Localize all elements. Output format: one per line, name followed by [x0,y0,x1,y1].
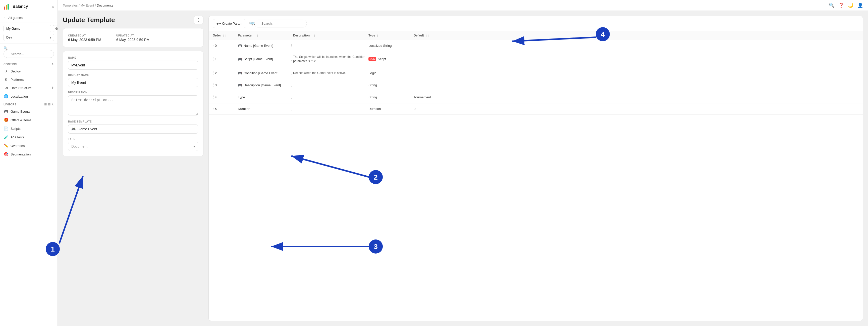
sidebar-item-data-structure[interactable]: 🗂 Data Structure ⬆ [0,84,58,92]
more-options-button[interactable]: ⋮ [194,16,204,24]
down-arrow[interactable]: ↓ [213,83,214,85]
panel-title-row: Update Template ⋮ [63,16,204,24]
table-row: ↓ ↑ 2 🎮 Condition [Game Event] ⋮ Defines… [209,67,863,79]
param-dots-1[interactable]: ⋮ [289,57,293,61]
name-input[interactable] [68,61,198,70]
description-col-dots[interactable]: ⋮⋮ [311,34,316,37]
search-wrapper: 🔍 [249,20,859,27]
down-arrow[interactable]: ↓ [213,57,214,59]
logo-text: Balancy [12,4,50,9]
sidebar-item-scripts[interactable]: 📄 Scripts [0,124,58,133]
dark-mode-icon[interactable]: 🌙 [848,2,854,8]
up-arrow[interactable]: ↑ [213,85,214,87]
sidebar-search-input[interactable] [3,50,54,58]
sidebar-item-segmentation[interactable]: 🎯 Segmentation [0,150,58,159]
control-section-label: CONTROL ∧ [0,60,58,67]
down-arrow[interactable]: ↓ [213,95,214,97]
right-panel: + + Create Param 🔍 Order ⋮⋮ Parameter ⋮⋮ [209,16,863,321]
sidebar-item-game-events[interactable]: 🎮 Game Events [0,107,58,116]
order-col-dots[interactable]: ⋮⋮ [222,34,227,37]
sidebar-item-offers-items[interactable]: 🎁 Offers & Items [0,116,58,124]
type-cell-3: String [368,83,414,87]
sidebar-item-localization[interactable]: 🌐 Localization [0,92,58,101]
type-cell-4: String [368,95,414,99]
th-order: Order ⋮⋮ [213,34,238,37]
table-body: ↓ 0 🎮 Name [Game Event] ⋮ Localized Stri… [209,40,863,321]
param-dots-0[interactable]: ⋮ [289,44,293,48]
type-group: TYPE Document [68,138,198,151]
grid-icon[interactable]: ⊟ [48,103,51,106]
sidebar-header: Balancy « [0,0,58,13]
type-cell-1: SOS Script [368,57,414,61]
created-at-block: CREATED AT 6 May, 2023 9:59 PM [68,33,101,42]
type-select[interactable]: Document [68,142,198,151]
search-icon: 🔍 [3,46,7,50]
description-group: DESCRIPTION [68,91,198,116]
down-arrow[interactable]: ↓ [213,45,214,47]
liveops-toggle[interactable]: ∧ [52,103,54,106]
game-events-icon: 🎮 [3,109,8,114]
help-icon[interactable]: ❓ [838,2,844,8]
localization-icon: 🌐 [3,94,8,99]
sidebar-item-overrides[interactable]: ✏️ Overrides [0,141,58,150]
param-search-input[interactable] [254,20,307,27]
logo-icon [3,3,10,10]
param-dots-4[interactable]: ⋮ [289,95,293,99]
table-row: ↓ ↑ 4 Type ⋮ String Tournament [209,91,863,103]
down-arrow[interactable]: ↓ [213,71,214,73]
order-cell-0: ↓ 0 [213,44,238,48]
name-group: NAME [68,56,198,70]
param-dots-5[interactable]: ⋮ [289,107,293,111]
default-cell-5: 0 [414,107,451,111]
back-link[interactable]: ← All games [0,13,58,22]
sidebar-item-deploy[interactable]: ✈ Deploy [0,67,58,76]
param-cell-2: 🎮 Condition [Game Event] ⋮ [238,71,293,75]
environment-select[interactable]: Dev Prod [3,34,54,41]
type-col-dots[interactable]: ⋮⋮ [376,34,381,37]
up-arrow[interactable]: ↑ [213,108,214,110]
search-topbar-icon[interactable]: 🔍 [829,2,834,8]
order-cell-5: ↑ 5 [213,107,238,111]
display-name-group: DISPLAY NAME [68,74,198,87]
game-selector: ⚙ Dev Prod [0,22,58,44]
default-col-dots[interactable]: ⋮⋮ [425,34,430,37]
parameter-col-dots[interactable]: ⋮⋮ [254,34,259,37]
svg-rect-2 [7,4,9,9]
right-panel-header: + + Create Param 🔍 [209,16,863,31]
display-name-input[interactable] [68,78,198,87]
type-cell-5: Duration [368,107,414,111]
up-arrow[interactable]: ↑ [213,59,214,61]
collapse-button[interactable]: « [52,4,54,9]
content-area: Update Template ⋮ CREATED AT 6 May, 2023… [58,11,868,326]
param-cell-1: 🎮 Script [Game Event] ⋮ [238,57,293,61]
data-structure-icon: 🗂 [3,86,8,90]
create-param-button[interactable]: + + Create Param [213,19,246,28]
svg-rect-0 [4,6,5,9]
sidebar-item-ab-tests[interactable]: 🧪 A/B Tests [0,133,58,141]
type-cell-0: Localized String [368,44,414,48]
param-game-event-icon: 🎮 [238,57,242,61]
control-toggle[interactable]: ∧ [52,62,54,66]
topbar: Templates / My Event / Documents 🔍 ❓ 🌙 👤 [58,0,868,11]
up-arrow[interactable]: ↑ [213,73,214,76]
description-textarea[interactable] [68,95,198,115]
scripts-icon: 📄 [3,126,8,131]
param-cell-4: Type ⋮ [238,95,293,99]
game-event-icon: 🎮 [71,127,75,131]
table-row: ↓ ↑ 1 🎮 Script [Game Event] ⋮ The Script… [209,51,863,67]
up-arrow[interactable]: ↑ [213,97,214,100]
updated-at-block: UPDATED AT 6 May, 2023 9:59 PM [116,33,149,42]
script-badge: SOS [368,57,376,61]
th-parameter: Parameter ⋮⋮ [238,34,293,37]
param-dots-3[interactable]: ⋮ [289,83,293,87]
sidebar-item-platforms[interactable]: $ Platforms [0,76,58,84]
base-template-group: BASE TEMPLATE 🎮 Game Event [68,120,198,134]
add-icon[interactable]: ⊞ [44,103,47,106]
platforms-icon: $ [3,78,8,82]
ab-tests-icon: 🧪 [3,135,8,139]
param-dots-2[interactable]: ⋮ [289,71,293,75]
game-name-input[interactable] [3,25,51,32]
share-icon[interactable]: ⬆ [51,86,54,90]
user-icon[interactable]: 👤 [858,2,863,8]
settings-button[interactable]: ⚙ [53,25,58,32]
